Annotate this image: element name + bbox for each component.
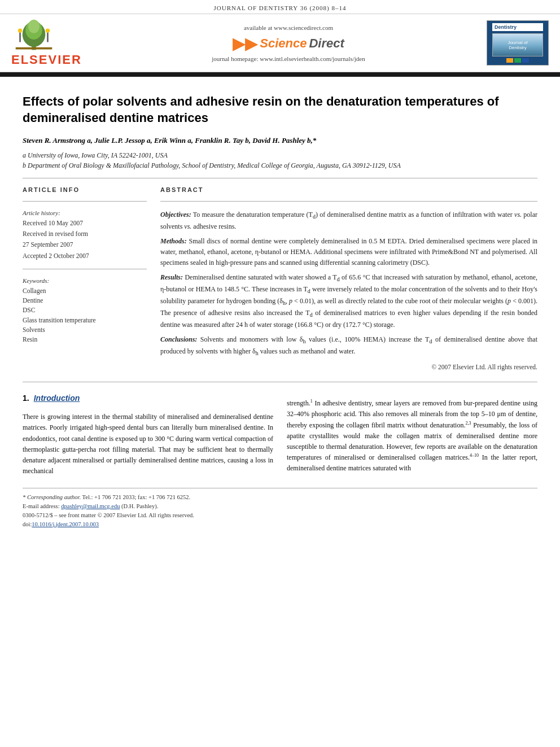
keyword-resin: Resin [23,335,147,344]
footnote-corresponding: * Corresponding author. Tel.: +1 706 721… [23,493,537,502]
journal-title: JOURNAL OF DENTISTRY 36 (2008) 8–14 [214,5,347,11]
affiliation-a: a University of Iowa, Iowa City, IA 5224… [23,151,537,160]
elsevier-logo: ELSEVIER [11,19,90,67]
svg-rect-4 [19,32,21,42]
abstract-conclusions: Conclusions: Solvents and monomers with … [160,334,537,358]
corresponding-contact: Tel.: +1 706 721 2033; fax: +1 706 721 6… [82,494,191,500]
abstract-text: Objectives: To measure the denaturation … [160,209,537,358]
abstract-results: Results: Demineralised dentine saturated… [160,272,537,330]
footnote-email: E-mail address: dpashley@mail.mcg.edu (D… [23,502,537,511]
objectives-label: Objectives: [160,211,191,219]
keyword-dsc: DSC [23,305,147,315]
svg-point-7 [46,29,50,33]
results-label: Results: [160,273,183,281]
science-label: Science [260,36,307,51]
svg-rect-5 [47,32,49,42]
main-content: Effects of polar solvents and adhesive r… [0,77,560,540]
methods-label: Methods: [160,237,187,245]
authors-line: Steven R. Armstrong a, Julie L.P. Jessop… [23,135,537,147]
keyword-solvents: Solvents [23,325,147,335]
keyword-dentine: Dentine [23,296,147,305]
intro-right-col: strength.1 In adhesive dentistry, smear … [287,394,537,477]
conclusions-label: Conclusions: [160,335,197,343]
received-1: Received 10 May 2007 [23,219,147,228]
journal-homepage: journal homepage: www.intl.elsevierhealt… [90,55,487,62]
keywords-label: Keywords: [23,277,147,284]
journal-cover: Dentistry Journal ofDentistry [487,20,549,65]
sciencedirect-logo: ▶▶ ScienceDirect [233,34,344,53]
divider-info [23,201,147,202]
doi-link[interactable]: 10.1016/j.jdent.2007.10.003 [32,521,99,527]
svg-point-6 [18,29,22,33]
intro-left-col: 1. Introduction There is growing interes… [23,394,273,477]
article-info-label: ARTICLE INFO [23,186,147,193]
info-abstract-cols: ARTICLE INFO Article history: Received 1… [23,186,537,370]
abstract-label: ABSTRACT [160,186,537,193]
top-banner: ELSEVIER available at www.sciencedirect.… [0,14,560,72]
corresponding-label: * Corresponding author. [23,494,81,500]
intro-right-text: strength.1 In adhesive dentistry, smear … [287,398,537,474]
article-info-col: ARTICLE INFO Article history: Received 1… [23,186,147,370]
divider-keywords [23,269,147,269]
direct-label: Direct [309,36,344,51]
introduction-section: 1. Introduction There is growing interes… [23,394,537,477]
sciencedirect-center: available at www.sciencedirect.com ▶▶ Sc… [90,24,487,62]
abstract-objectives: Objectives: To measure the denaturation … [160,209,537,231]
divider-abstract [160,201,537,202]
history-label: Article history: [23,209,147,216]
divider-1 [23,178,537,178]
svg-rect-8 [16,47,53,50]
objectives-text: To measure the denaturation temperature … [160,211,537,230]
copyright: © 2007 Elsevier Ltd. All rights reserved… [160,364,537,370]
article-title: Effects of polar solvents and adhesive r… [23,94,537,126]
intro-left-text: There is growing interest in the thermal… [23,412,273,477]
svg-point-3 [28,20,40,33]
intro-title: Introduction [34,394,80,403]
black-divider [0,72,560,77]
affiliation-b: b Department of Oral Biology & Maxillofa… [23,161,537,170]
abstract-methods: Methods: Small discs of normal dentine w… [160,236,537,268]
authors-text: Steven R. Armstrong a, Julie L.P. Jessop… [23,136,316,145]
divider-intro [23,382,537,382]
intro-number: 1. [23,394,29,403]
elsevier-tree-icon [11,19,56,53]
footnote-doi: doi:10.1016/j.jdent.2007.10.003 [23,520,537,529]
footnotes: * Corresponding author. Tel.: +1 706 721… [23,488,537,528]
keyword-glass: Glass transition temperature [23,316,147,325]
intro-cols: 1. Introduction There is growing interes… [23,394,537,477]
elsevier-wordmark: ELSEVIER [11,53,82,67]
conclusions-text: Solvents and monomers with low δh values… [160,335,537,355]
sd-arrow-icon: ▶▶ [233,34,257,53]
footnote-issn: 0300-5712/$ – see front matter © 2007 El… [23,511,537,520]
abstract-col: ABSTRACT Objectives: To measure the dena… [160,186,537,370]
journal-header: JOURNAL OF DENTISTRY 36 (2008) 8–14 ELSE… [0,0,560,72]
revised-date: 27 September 2007 [23,240,147,250]
keyword-collagen: Collagen [23,286,147,296]
available-at-text: available at www.sciencedirect.com [90,24,487,31]
accepted: Accepted 2 October 2007 [23,251,147,261]
received-revised: Received in revised form [23,229,147,239]
email-link[interactable]: dpashley@mail.mcg.edu [61,503,120,509]
results-text: Demineralised dentine saturated with wat… [160,273,537,329]
methods-text: Small discs of normal dentine were compl… [160,237,537,266]
